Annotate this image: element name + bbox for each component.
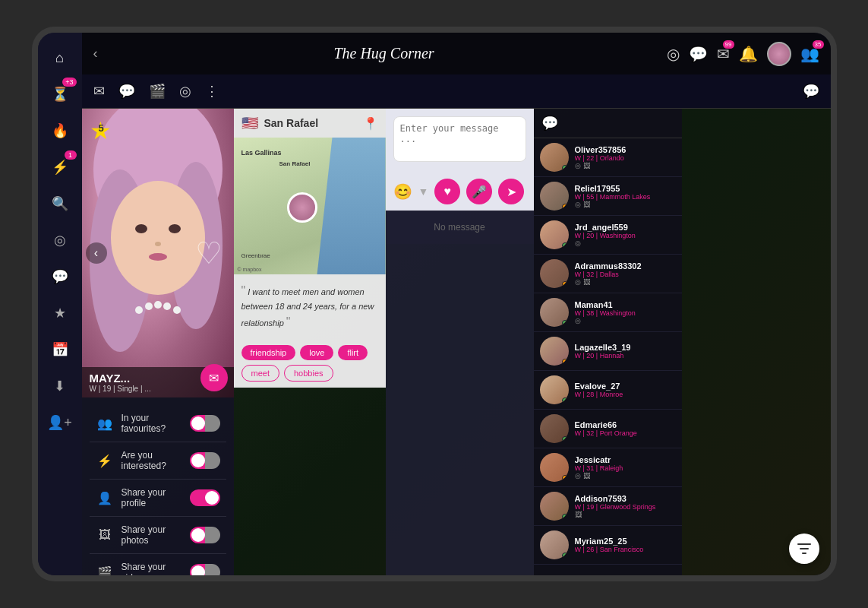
sidebar-item-fire[interactable]: 🔥 — [46, 117, 74, 144]
app-title: The Hug Corner — [109, 45, 659, 62]
profile-rating: 5 — [99, 122, 104, 134]
user-info-maman: Maman41 W | 38 | Washington ◎ — [575, 300, 676, 325]
people-badge: 35 — [813, 40, 824, 49]
interested-toggle[interactable] — [190, 452, 220, 469]
sidebar-item-search[interactable]: 🔍 — [46, 190, 74, 217]
toggle-profile: 👤 Share your profile — [90, 480, 226, 517]
profile-photo: ★ 5 ‹ ♡ MAYZ... W | 19 | Single | ... ✉ — [82, 109, 234, 397]
share-videos-toggle[interactable] — [190, 564, 220, 575]
chat-input[interactable] — [393, 116, 526, 162]
tablet-frame: ⌂ ⏳ +3 🔥 ⚡ 1 🔍 ◎ 💬 ★ 📅 ⬇ — [32, 27, 837, 581]
user-item[interactable]: Evalove_27 W | 28 | Monroe — [534, 371, 682, 410]
share-profile-toggle[interactable] — [190, 489, 220, 506]
sidebar-item-home[interactable]: ⌂ — [46, 44, 74, 71]
emoji-button[interactable]: 😊 — [393, 182, 412, 201]
user-avatar-header[interactable] — [767, 42, 791, 66]
favourites-toggle[interactable] — [190, 415, 220, 432]
sub-target-icon[interactable]: ◎ — [179, 83, 191, 100]
chat-icon: 💬 — [52, 268, 68, 285]
sidebar-item-star[interactable]: ★ — [46, 299, 74, 327]
user-meta: W | 20 | Washington — [575, 232, 676, 239]
profile-prev-button[interactable]: ‹ — [86, 242, 107, 264]
mail-badge: 99 — [723, 40, 734, 49]
user-name: Jrd_angel559 — [575, 223, 676, 232]
share-photos-icon: 🖼 — [96, 528, 114, 542]
user-item[interactable]: Reliel17955 W | 55 | Mammoth Lakes ◎🖼 — [534, 177, 682, 216]
profile-email-button[interactable]: ✉ — [200, 364, 228, 391]
hourglass-icon: ⏳ — [52, 86, 68, 103]
send-button[interactable]: ➤ — [498, 179, 524, 204]
sidebar-item-calendar[interactable]: 📅 — [46, 336, 74, 363]
user-info-addison: Addison7593 W | 19 | Glenwood Springs 🖼 — [575, 494, 676, 518]
chat-list-icon: 💬 — [541, 115, 558, 131]
user-info-oliver: Oliver357856 W | 22 | Orlando ◎🖼 — [575, 145, 676, 169]
tags-area: friendship love flirt meet hobbies — [234, 339, 386, 388]
user-item[interactable]: Jrd_angel559 W | 20 | Washington ◎ — [534, 216, 682, 255]
user-meta: W | 31 | Raleigh — [575, 464, 676, 472]
mic-button[interactable]: 🎤 — [466, 179, 492, 204]
map-water — [310, 138, 386, 274]
map-area: Las Gallinas Greenbrae San Rafael © mapb… — [234, 138, 386, 274]
download-icon: ⬇ — [54, 378, 65, 394]
circle-icon-button[interactable]: ◎ — [667, 45, 680, 63]
tag-hobbies[interactable]: hobbies — [284, 365, 333, 382]
sub-right-chat-icon[interactable]: 💬 — [803, 83, 819, 100]
user-item[interactable]: Maman41 W | 38 | Washington ◎ — [534, 293, 682, 332]
tag-flirt[interactable]: flirt — [338, 345, 368, 360]
sidebar-item-add-user[interactable]: 👤+ — [46, 409, 74, 436]
tag-love[interactable]: love — [300, 345, 333, 360]
calendar-icon: 📅 — [52, 341, 68, 358]
svg-point-8 — [135, 306, 143, 314]
tag-meet[interactable]: meet — [241, 365, 279, 382]
sub-mail-icon[interactable]: ✉ — [93, 83, 105, 100]
online-indicator — [562, 320, 568, 326]
profile-toggles: 👥 In your favourites? ⚡ Are you interest… — [82, 397, 234, 575]
flag-icon: 🇺🇸 — [241, 115, 258, 131]
chat-icon-button[interactable]: 💬 — [689, 45, 708, 63]
lightning-badge: 1 — [65, 150, 77, 160]
online-indicator — [562, 204, 568, 210]
user-item[interactable]: Oliver357856 W | 22 | Orlando ◎🖼 — [534, 138, 682, 177]
fire-icon: 🔥 — [52, 122, 68, 139]
sidebar-item-chat[interactable]: 💬 — [46, 263, 74, 290]
user-item[interactable]: Jessicatr W | 31 | Raleigh ◎🖼 — [534, 448, 682, 487]
online-indicator — [562, 553, 568, 559]
sub-more-icon[interactable]: ⋮ — [205, 83, 219, 100]
user-info-jrd: Jrd_angel559 W | 20 | Washington ◎ — [575, 223, 676, 247]
top-header: ‹ The Hug Corner ◎ 💬 ✉ 99 🔔 👥 35 — [82, 33, 831, 74]
user-item[interactable]: Addison7593 W | 19 | Glenwood Springs 🖼 — [534, 487, 682, 526]
sidebar-item-download[interactable]: ⬇ — [46, 372, 74, 400]
heart-button[interactable]: ♥ — [434, 179, 460, 204]
sidebar-item-lightning[interactable]: ⚡ 1 — [46, 154, 74, 181]
user-item[interactable]: Adrammus83302 W | 32 | Dallas ◎🖼 — [534, 255, 682, 293]
online-indicator — [562, 281, 568, 287]
user-meta: W | 55 | Mammoth Lakes — [575, 193, 676, 201]
bell-icon-button[interactable]: 🔔 — [739, 45, 758, 63]
user-meta: W | 28 | Monroe — [575, 391, 676, 398]
svg-point-11 — [163, 302, 171, 310]
user-item[interactable]: Lagazelle3_19 W | 20 | Hannah — [534, 332, 682, 371]
no-message-label: No message — [386, 211, 534, 244]
user-icons: ◎🖼 — [575, 201, 676, 208]
sidebar-item-target[interactable]: ◎ — [46, 226, 74, 254]
map-label-greenbrae: Greenbrae — [241, 252, 270, 259]
emoji-dropdown[interactable]: ▼ — [418, 185, 429, 198]
back-button[interactable]: ‹ — [93, 46, 98, 62]
location-name: San Rafael — [264, 117, 357, 129]
sidebar-item-hourglass[interactable]: ⏳ +3 — [46, 81, 74, 108]
main-content: ‹ The Hug Corner ◎ 💬 ✉ 99 🔔 👥 35 ✉ 💬 — [82, 33, 831, 575]
user-item[interactable]: Edmarie66 W | 32 | Port Orange — [534, 410, 682, 448]
chat-section: 😊 ▼ ♥ 🎤 ➤ No message — [386, 109, 534, 575]
map-label-las-gallinas: Las Gallinas — [241, 149, 282, 157]
share-photos-toggle[interactable] — [190, 527, 220, 543]
map-label-san-rafael: San Rafael — [279, 160, 311, 167]
mail-icon-button[interactable]: ✉ 99 — [717, 45, 730, 63]
people-icon-button[interactable]: 👥 35 — [800, 45, 819, 63]
user-item[interactable]: Myriam25_25 W | 26 | San Francisco — [534, 526, 682, 565]
tag-friendship[interactable]: friendship — [241, 345, 296, 360]
favourites-icon: 👥 — [96, 416, 114, 431]
share-profile-icon: 👤 — [96, 491, 114, 505]
sub-film-icon[interactable]: 🎬 — [149, 83, 166, 100]
sub-chat-icon[interactable]: 💬 — [118, 83, 135, 100]
user-name: Oliver357856 — [575, 145, 676, 154]
